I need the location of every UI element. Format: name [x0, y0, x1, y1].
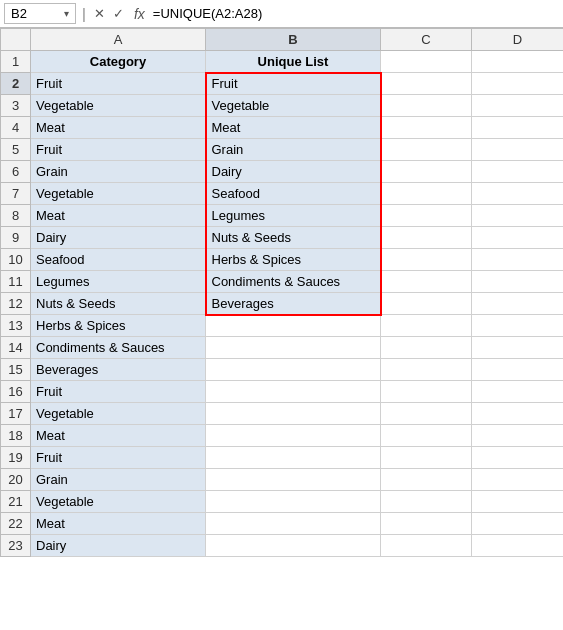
cell-b5[interactable]: Grain	[206, 139, 381, 161]
cell-b16[interactable]	[206, 381, 381, 403]
cell-d14[interactable]	[472, 337, 564, 359]
cell-d18[interactable]	[472, 425, 564, 447]
cell-b20[interactable]	[206, 469, 381, 491]
cell-c1[interactable]	[381, 51, 472, 73]
formula-input[interactable]: =UNIQUE(A2:A28)	[153, 6, 559, 21]
col-c-header[interactable]: C	[381, 29, 472, 51]
cell-a3[interactable]: Vegetable	[31, 95, 206, 117]
cell-c23[interactable]	[381, 535, 472, 557]
cell-d10[interactable]	[472, 249, 564, 271]
cell-d6[interactable]	[472, 161, 564, 183]
cell-a14[interactable]: Condiments & Sauces	[31, 337, 206, 359]
col-d-header[interactable]: D	[472, 29, 564, 51]
cell-b8[interactable]: Legumes	[206, 205, 381, 227]
cell-c12[interactable]	[381, 293, 472, 315]
cell-d12[interactable]	[472, 293, 564, 315]
cell-d17[interactable]	[472, 403, 564, 425]
cell-b4[interactable]: Meat	[206, 117, 381, 139]
cell-c3[interactable]	[381, 95, 472, 117]
cell-d5[interactable]	[472, 139, 564, 161]
cell-a9[interactable]: Dairy	[31, 227, 206, 249]
cell-b17[interactable]	[206, 403, 381, 425]
cell-c21[interactable]	[381, 491, 472, 513]
cell-b7[interactable]: Seafood	[206, 183, 381, 205]
cell-b11[interactable]: Condiments & Sauces	[206, 271, 381, 293]
cell-b1[interactable]: Unique List	[206, 51, 381, 73]
cell-a15[interactable]: Beverages	[31, 359, 206, 381]
cell-d7[interactable]	[472, 183, 564, 205]
cell-c7[interactable]	[381, 183, 472, 205]
cell-c18[interactable]	[381, 425, 472, 447]
cell-c19[interactable]	[381, 447, 472, 469]
cell-d3[interactable]	[472, 95, 564, 117]
cell-ref-dropdown-icon[interactable]: ▾	[64, 8, 69, 19]
cell-b14[interactable]	[206, 337, 381, 359]
cell-a21[interactable]: Vegetable	[31, 491, 206, 513]
cell-c13[interactable]	[381, 315, 472, 337]
cell-d2[interactable]	[472, 73, 564, 95]
cell-c22[interactable]	[381, 513, 472, 535]
cell-a7[interactable]: Vegetable	[31, 183, 206, 205]
cell-c9[interactable]	[381, 227, 472, 249]
cell-b3[interactable]: Vegetable	[206, 95, 381, 117]
cancel-icon[interactable]: ✕	[92, 6, 107, 21]
cell-d13[interactable]	[472, 315, 564, 337]
cell-a11[interactable]: Legumes	[31, 271, 206, 293]
cell-b22[interactable]	[206, 513, 381, 535]
cell-d11[interactable]	[472, 271, 564, 293]
cell-d8[interactable]	[472, 205, 564, 227]
cell-d19[interactable]	[472, 447, 564, 469]
cell-a20[interactable]: Grain	[31, 469, 206, 491]
cell-a23[interactable]: Dairy	[31, 535, 206, 557]
cell-a22[interactable]: Meat	[31, 513, 206, 535]
cell-b23[interactable]	[206, 535, 381, 557]
cell-a18[interactable]: Meat	[31, 425, 206, 447]
cell-b10[interactable]: Herbs & Spices	[206, 249, 381, 271]
cell-a6[interactable]: Grain	[31, 161, 206, 183]
cell-b21[interactable]	[206, 491, 381, 513]
cell-c6[interactable]	[381, 161, 472, 183]
cell-d15[interactable]	[472, 359, 564, 381]
cell-d22[interactable]	[472, 513, 564, 535]
cell-c5[interactable]	[381, 139, 472, 161]
cell-b6[interactable]: Dairy	[206, 161, 381, 183]
cell-a13[interactable]: Herbs & Spices	[31, 315, 206, 337]
cell-reference-box[interactable]: B2 ▾	[4, 3, 76, 24]
cell-a5[interactable]: Fruit	[31, 139, 206, 161]
cell-a17[interactable]: Vegetable	[31, 403, 206, 425]
cell-d20[interactable]	[472, 469, 564, 491]
cell-b18[interactable]	[206, 425, 381, 447]
cell-a19[interactable]: Fruit	[31, 447, 206, 469]
cell-a4[interactable]: Meat	[31, 117, 206, 139]
col-a-header[interactable]: A	[31, 29, 206, 51]
cell-b9[interactable]: Nuts & Seeds	[206, 227, 381, 249]
cell-a12[interactable]: Nuts & Seeds	[31, 293, 206, 315]
cell-c14[interactable]	[381, 337, 472, 359]
cell-d21[interactable]	[472, 491, 564, 513]
cell-a1[interactable]: Category	[31, 51, 206, 73]
cell-c20[interactable]	[381, 469, 472, 491]
cell-d16[interactable]	[472, 381, 564, 403]
cell-d23[interactable]	[472, 535, 564, 557]
cell-d9[interactable]	[472, 227, 564, 249]
cell-c16[interactable]	[381, 381, 472, 403]
cell-b2[interactable]: Fruit	[206, 73, 381, 95]
cell-a2[interactable]: Fruit	[31, 73, 206, 95]
cell-a16[interactable]: Fruit	[31, 381, 206, 403]
cell-a8[interactable]: Meat	[31, 205, 206, 227]
cell-c17[interactable]	[381, 403, 472, 425]
cell-c10[interactable]	[381, 249, 472, 271]
cell-a10[interactable]: Seafood	[31, 249, 206, 271]
cell-d4[interactable]	[472, 117, 564, 139]
cell-c8[interactable]	[381, 205, 472, 227]
confirm-icon[interactable]: ✓	[111, 6, 126, 21]
cell-c4[interactable]	[381, 117, 472, 139]
cell-c11[interactable]	[381, 271, 472, 293]
cell-d1[interactable]	[472, 51, 564, 73]
cell-b19[interactable]	[206, 447, 381, 469]
cell-c2[interactable]	[381, 73, 472, 95]
col-b-header[interactable]: B	[206, 29, 381, 51]
cell-b13[interactable]	[206, 315, 381, 337]
cell-b15[interactable]	[206, 359, 381, 381]
cell-c15[interactable]	[381, 359, 472, 381]
